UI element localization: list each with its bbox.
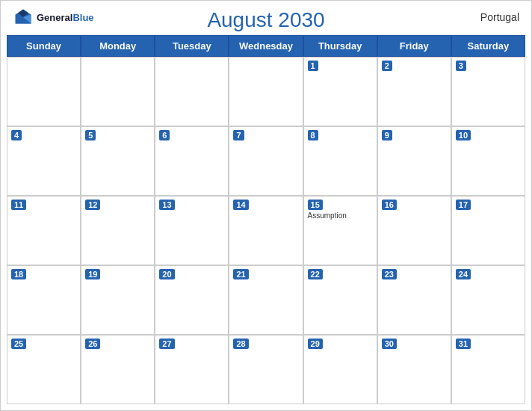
day-number: 26 [85, 339, 100, 349]
day-number: 11 [11, 200, 26, 210]
logo-text: GeneralBlue [37, 10, 94, 24]
day-cell: 28 [229, 335, 303, 404]
day-number: 22 [308, 269, 323, 279]
calendar-header: GeneralBlue August 2030 Portugal [1, 1, 531, 35]
logo-icon [13, 7, 34, 28]
day-number: 6 [159, 130, 170, 140]
day-number: 9 [382, 130, 392, 140]
day-number: 21 [233, 269, 248, 279]
day-cell: 30 [377, 335, 451, 404]
week-row-4: 18192021222324 [7, 265, 525, 335]
day-number: 8 [308, 130, 318, 140]
day-number: 13 [159, 200, 174, 210]
day-cell: 20 [155, 265, 229, 335]
country-label: Portugal [480, 11, 519, 23]
day-cell: 31 [451, 335, 525, 404]
day-header-saturday: Saturday [451, 35, 525, 57]
day-cell: 1 [303, 57, 377, 126]
day-cell: 6 [155, 126, 229, 196]
day-cell: 10 [451, 126, 525, 196]
week-row-1: 123 [7, 57, 525, 126]
day-number: 23 [382, 269, 397, 279]
day-cell: 4 [7, 126, 81, 196]
day-number: 25 [11, 339, 26, 349]
day-cell: 27 [155, 335, 229, 404]
day-cell: 24 [451, 265, 525, 335]
day-header-sunday: Sunday [7, 35, 81, 57]
day-number: 29 [308, 339, 323, 349]
day-number: 5 [85, 130, 96, 140]
day-cell: 3 [451, 57, 525, 126]
day-cell: 19 [81, 265, 155, 335]
day-cell: 17 [451, 196, 525, 265]
day-header-friday: Friday [377, 35, 451, 57]
day-cell [155, 57, 229, 126]
calendar-grid: SundayMondayTuesdayWednesdayThursdayFrid… [1, 35, 531, 410]
day-number: 27 [159, 339, 174, 349]
day-cell: 21 [229, 265, 303, 335]
event-label: Assumption [308, 211, 373, 220]
day-cell: 9 [377, 126, 451, 196]
page-title: August 2030 [207, 8, 324, 32]
day-cell: 18 [7, 265, 81, 335]
day-number: 12 [85, 200, 100, 210]
day-number: 10 [456, 130, 471, 140]
day-cell: 2 [377, 57, 451, 126]
logo: GeneralBlue [13, 7, 94, 28]
day-number: 1 [308, 61, 318, 71]
day-number: 3 [456, 61, 466, 71]
day-cell: 14 [229, 196, 303, 265]
day-cell: 5 [81, 126, 155, 196]
day-number: 20 [159, 269, 174, 279]
day-headers: SundayMondayTuesdayWednesdayThursdayFrid… [7, 35, 525, 57]
day-cell [229, 57, 303, 126]
day-number: 24 [456, 269, 471, 279]
day-cell: 29 [303, 335, 377, 404]
day-cell: 11 [7, 196, 81, 265]
day-number: 17 [456, 200, 471, 210]
day-cell: 13 [155, 196, 229, 265]
calendar: GeneralBlue August 2030 Portugal SundayM… [0, 0, 532, 411]
day-cell: 7 [229, 126, 303, 196]
week-row-2: 45678910 [7, 126, 525, 196]
weeks-container: 123456789101112131415Assumption161718192… [7, 57, 525, 404]
day-number: 18 [11, 269, 26, 279]
day-number: 4 [11, 130, 22, 140]
day-number: 28 [233, 339, 248, 349]
week-row-5: 25262728293031 [7, 335, 525, 404]
day-number: 14 [233, 200, 248, 210]
day-header-wednesday: Wednesday [229, 35, 303, 57]
day-number: 31 [456, 339, 471, 349]
week-row-3: 1112131415Assumption1617 [7, 196, 525, 265]
day-number: 7 [233, 130, 244, 140]
day-number: 16 [382, 200, 397, 210]
day-cell: 23 [377, 265, 451, 335]
day-number: 2 [382, 61, 392, 71]
day-cell: 8 [303, 126, 377, 196]
day-header-tuesday: Tuesday [155, 35, 229, 57]
day-cell: 25 [7, 335, 81, 404]
day-cell: 12 [81, 196, 155, 265]
day-header-monday: Monday [81, 35, 155, 57]
day-cell: 16 [377, 196, 451, 265]
day-cell [7, 57, 81, 126]
day-number: 15 [308, 200, 323, 210]
day-header-thursday: Thursday [303, 35, 377, 57]
day-number: 19 [85, 269, 100, 279]
day-cell: 26 [81, 335, 155, 404]
day-cell: 15Assumption [303, 196, 377, 265]
day-number: 30 [382, 339, 397, 349]
day-cell: 22 [303, 265, 377, 335]
day-cell [81, 57, 155, 126]
